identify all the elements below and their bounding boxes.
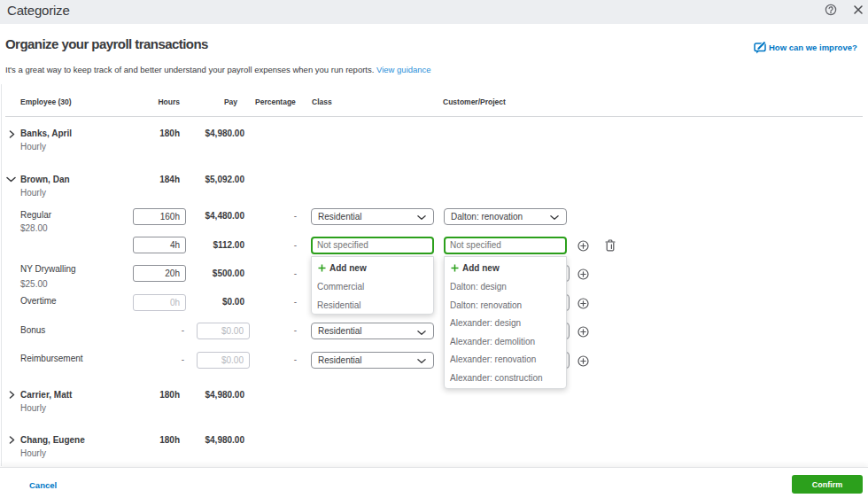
pay-item-percentage: - [267, 268, 297, 278]
header-separator [5, 116, 863, 117]
pay-input-bonus[interactable] [197, 323, 250, 339]
class-dropdown-menu: Add new Commercial Residential [311, 256, 434, 315]
collapse-chevron-brown[interactable] [6, 176, 16, 183]
pay-item-label: Bonus [20, 325, 45, 335]
plus-circle-icon [577, 298, 589, 309]
page-subtitle-text: It's a great way to keep track of and be… [5, 65, 374, 74]
customer-dropdown-menu: Add new Dalton: design Dalton: renovatio… [444, 256, 567, 390]
plus-circle-icon [577, 268, 589, 280]
expand-chevron-banks[interactable] [8, 130, 16, 138]
close-button[interactable] [853, 4, 864, 15]
improve-link[interactable]: How can we improve? [753, 40, 857, 55]
customer-menu-option[interactable]: Alexander: design [450, 318, 521, 328]
plus-circle-icon [577, 240, 589, 252]
modal-title: Categorize [7, 0, 70, 20]
improve-link-label: How can we improve? [769, 43, 857, 52]
hours-input-drywalling[interactable] [133, 265, 186, 282]
class-select-regular[interactable]: Residential [311, 208, 434, 225]
pay-item-percentage: - [267, 354, 297, 364]
left-rule [1, 84, 2, 466]
customer-menu-option[interactable]: Alexander: construction [450, 373, 543, 383]
select-value: Residential [318, 326, 361, 336]
feedback-icon [753, 40, 766, 55]
add-row-button[interactable] [577, 355, 589, 367]
employee-type: Hourly [20, 448, 46, 458]
pay-item-label: Regular [20, 210, 51, 220]
categorize-modal: Categorize Organize your payroll transac… [0, 0, 868, 498]
pay-item-pay: $4,480.00 [180, 211, 244, 221]
pay-item-rate: $25.00 [20, 279, 48, 289]
column-header-percentage: Percentage [255, 97, 296, 106]
customer-menu-option[interactable]: Alexander: renovation [450, 354, 536, 364]
plus-icon [451, 264, 459, 272]
employee-name: Brown, Dan [20, 175, 70, 184]
pay-item-pay: $500.00 [180, 268, 244, 278]
column-header-pay: Pay [173, 97, 237, 106]
employee-hours: 180h [115, 128, 180, 138]
help-button[interactable] [825, 4, 837, 16]
add-row-button[interactable] [577, 326, 589, 338]
employee-pay: $4,980.00 [180, 390, 244, 400]
select-value: Residential [318, 212, 361, 222]
employee-name: Banks, April [20, 128, 72, 138]
column-header-customer: Customer/Project [443, 97, 506, 106]
expand-chevron-chang[interactable] [8, 436, 16, 444]
plus-icon [318, 264, 326, 272]
add-row-button[interactable] [577, 268, 589, 280]
pay-item-pay: $112.00 [180, 240, 244, 250]
column-header-employee: Employee (30) [20, 97, 72, 106]
plus-circle-icon [577, 355, 589, 367]
pay-item-pay: $0.00 [180, 297, 244, 307]
pay-item-rate: $28.00 [20, 223, 48, 233]
employee-type: Hourly [20, 403, 46, 413]
class-select-reimbursement[interactable]: Residential [311, 352, 434, 369]
footer-bar [0, 467, 868, 498]
cancel-button[interactable]: Cancel [29, 480, 57, 490]
class-combo-input[interactable] [311, 237, 434, 254]
pay-item-label: NY Drywalling [20, 264, 76, 274]
hours-input-overtime[interactable] [133, 294, 186, 311]
expand-chevron-carrier[interactable] [8, 391, 16, 399]
pay-item-label: Overtime [20, 296, 57, 306]
view-guidance-link[interactable]: View guidance [376, 65, 431, 74]
chevron-down-icon [417, 358, 426, 364]
hours-input-extra[interactable] [133, 237, 186, 253]
pay-item-hours: - [133, 325, 184, 335]
class-menu-add-new[interactable]: Add new [318, 263, 367, 273]
delete-row-button[interactable] [605, 239, 616, 252]
class-select-bonus[interactable]: Residential [311, 323, 434, 339]
pay-item-hours: - [133, 354, 184, 364]
confirm-button[interactable]: Confirm [792, 475, 863, 494]
page-subtitle: It's a great way to keep track of and be… [5, 65, 431, 74]
add-row-button[interactable] [577, 240, 589, 252]
pay-item-percentage: - [267, 240, 297, 250]
employee-hours: 180h [115, 390, 180, 400]
employee-type: Hourly [20, 188, 46, 198]
chevron-down-icon [417, 214, 426, 221]
column-header-hours: Hours [115, 97, 180, 106]
select-value: Dalton: renovation [451, 212, 523, 222]
add-row-button[interactable] [577, 298, 589, 309]
class-menu-option[interactable]: Residential [317, 300, 360, 310]
chevron-down-icon [550, 214, 559, 221]
customer-select-regular[interactable]: Dalton: renovation [444, 208, 567, 225]
class-menu-option[interactable]: Commercial [317, 282, 364, 292]
help-icon [825, 4, 837, 16]
page-title: Organize your payroll transactions [5, 36, 208, 51]
plus-circle-icon [577, 326, 589, 338]
hours-input-regular[interactable] [133, 208, 186, 225]
employee-hours: 180h [115, 435, 180, 445]
employee-type: Hourly [20, 142, 46, 152]
trash-icon [605, 239, 616, 252]
customer-menu-option[interactable]: Dalton: design [450, 282, 507, 292]
customer-menu-add-new[interactable]: Add new [451, 263, 500, 273]
customer-menu-option[interactable]: Dalton: renovation [450, 300, 522, 310]
pay-input-reimbursement[interactable] [197, 352, 250, 369]
close-icon [853, 4, 864, 15]
modal-titlebar [0, 0, 868, 24]
column-header-class: Class [312, 97, 332, 106]
chevron-down-icon [417, 330, 426, 336]
select-value: Residential [318, 355, 361, 365]
customer-menu-option[interactable]: Alexander: demolition [450, 337, 535, 346]
customer-combo-input[interactable] [444, 237, 567, 254]
